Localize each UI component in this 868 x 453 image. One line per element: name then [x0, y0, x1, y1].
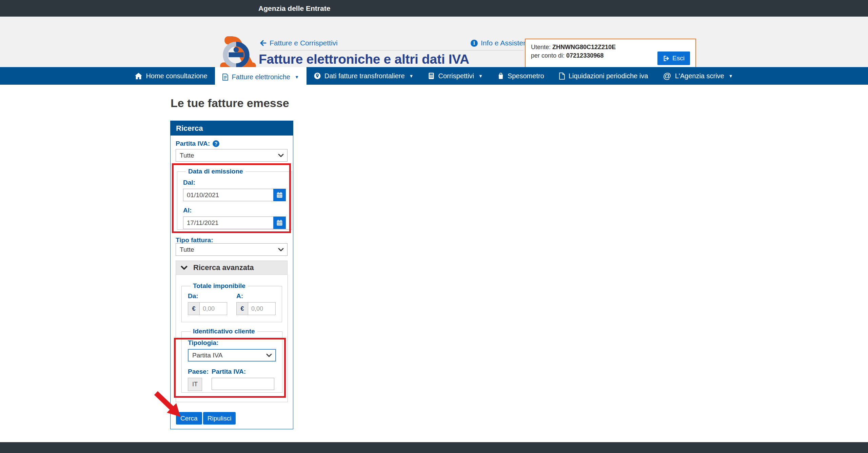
date-emission-legend: Data di emissione: [186, 168, 245, 175]
info-icon: i: [471, 40, 478, 47]
tipo-fattura-label: Tipo fattura:: [176, 236, 213, 244]
user-label: Utente:: [531, 44, 551, 50]
nav-item-corrispettivi[interactable]: Corrispettivi ▼: [421, 67, 490, 85]
nav-item-label: Liquidazioni periodiche iva: [569, 72, 648, 80]
globe-pin-icon: [314, 73, 321, 79]
advanced-search-accordion[interactable]: Ricerca avanzata: [176, 261, 288, 275]
nav-item-label: Home consultazione: [146, 72, 207, 80]
tipologia-select-value: Partita IVA: [192, 352, 222, 359]
date-from-calendar-button[interactable]: [273, 189, 286, 201]
search-button[interactable]: Cerca: [176, 412, 202, 425]
totale-imponibile-columns: Da: € A: €: [188, 292, 276, 315]
calculator-icon: [428, 73, 434, 79]
identificativo-cliente-fieldset: Identificativo cliente Tipologia: Partit…: [181, 328, 282, 393]
invoice-icon: [222, 74, 228, 81]
logout-label: Esci: [672, 55, 685, 62]
amount-from-label: Da:: [188, 292, 198, 300]
amount-from-input[interactable]: [200, 302, 227, 315]
euro-prefix: €: [188, 302, 200, 315]
user-value: ZHNWNG80C12Z210E: [552, 44, 616, 50]
back-arrow-icon: [260, 40, 267, 46]
amount-to-input[interactable]: [248, 302, 276, 315]
euro-prefix: €: [236, 302, 248, 315]
paese-input: [188, 378, 202, 391]
tipologia-select[interactable]: Partita IVA: [188, 349, 276, 362]
breadcrumb-label: Fatture e Corrispettivi: [270, 39, 338, 47]
main-nav: Home consultazione Fatture elettroniche …: [0, 67, 868, 85]
page-header: Fatture e Corrispettivi Fatture elettron…: [0, 17, 868, 67]
logout-button[interactable]: Esci: [657, 52, 690, 65]
chevron-down-icon: ▼: [729, 74, 733, 79]
page-footer: [0, 442, 868, 453]
chevron-down-icon: ▼: [295, 75, 299, 80]
nav-item-agenzia-scrive[interactable]: @ L'Agenzia scrive ▼: [655, 67, 740, 85]
paese-piva-inputs: [188, 378, 276, 391]
cliente-piva-input[interactable]: [212, 378, 274, 390]
tipo-fattura-select[interactable]: Tutte: [176, 243, 288, 256]
help-icon[interactable]: ?: [213, 140, 219, 147]
chevron-down-icon: ▼: [478, 74, 483, 79]
bag-icon: [498, 73, 504, 79]
tipologia-label: Tipologia:: [188, 339, 276, 347]
account-line: per conto di: 07212330968: [531, 52, 604, 59]
nav-item-label: L'Agenzia scrive: [675, 72, 724, 80]
date-emission-fieldset: Data di emissione Dal: Al:: [177, 168, 292, 230]
advanced-search-label: Ricerca avanzata: [193, 263, 254, 272]
search-panel-title: Ricerca: [171, 121, 293, 136]
nav-item-label: Dati fatture transfrontaliere: [324, 72, 405, 80]
breadcrumb-back-link[interactable]: Fatture e Corrispettivi: [260, 39, 338, 47]
date-to-row: [183, 217, 286, 229]
page-title: Le tue fatture emesse: [171, 97, 289, 110]
nav-item-home-consultazione[interactable]: Home consultazione: [127, 67, 215, 85]
chevron-down-icon: [266, 353, 272, 357]
app-title: Agenzia delle Entrate: [258, 4, 330, 13]
date-to-calendar-button[interactable]: [273, 217, 286, 229]
amount-from-group: Da: €: [188, 292, 227, 315]
header-title: Fatture elettroniche e altri dati IVA: [259, 52, 469, 67]
chevron-down-icon: [278, 248, 284, 251]
chevron-down-icon: ▼: [409, 74, 414, 79]
app-top-bar: Agenzia delle Entrate: [0, 0, 868, 17]
logout-icon: [663, 55, 669, 62]
document-icon: [559, 73, 565, 80]
totale-imponibile-legend: Totale imponibile: [191, 282, 248, 290]
reset-button[interactable]: Ripulisci: [203, 412, 236, 425]
partita-iva-select[interactable]: Tutte: [176, 149, 288, 162]
header-divider: [260, 50, 524, 50]
paese-label: Paese:: [188, 368, 212, 375]
date-to-label: Al:: [183, 207, 286, 214]
nav-item-liquidazioni-periodiche-iva[interactable]: Liquidazioni periodiche iva: [552, 67, 656, 85]
tipo-fattura-select-value: Tutte: [180, 246, 194, 253]
amount-to-label: A:: [236, 292, 243, 300]
identificativo-cliente-legend: Identificativo cliente: [191, 328, 257, 335]
partita-iva-label: Partita IVA:: [176, 140, 210, 147]
totale-imponibile-fieldset: Totale imponibile Da: € A: €: [181, 282, 282, 322]
home-icon: [135, 73, 142, 79]
nav-item-label: Spesometro: [508, 72, 544, 80]
date-from-input[interactable]: [183, 189, 273, 201]
at-icon: @: [663, 72, 671, 80]
nav-item-fatture-elettroniche[interactable]: Fatture elettroniche ▼: [215, 67, 307, 87]
cliente-piva-label: Partita IVA:: [212, 368, 274, 375]
amount-to-group: A: €: [236, 292, 276, 315]
amount-from-inputgroup: €: [188, 302, 227, 315]
account-value: 07212330968: [566, 52, 604, 59]
advanced-search-content: Totale imponibile Da: € A: €: [176, 275, 288, 402]
partita-iva-select-value: Tutte: [180, 152, 194, 159]
paese-piva-labels: Paese: Partita IVA:: [188, 368, 276, 375]
amount-to-inputgroup: €: [236, 302, 276, 315]
date-from-label: Dal:: [183, 179, 286, 186]
search-panel: Ricerca Partita IVA: ? Tutte Data di emi…: [170, 121, 293, 429]
date-from-row: [183, 189, 286, 201]
form-buttons: Cerca Ripulisci: [176, 412, 236, 425]
chevron-down-icon: [181, 266, 188, 270]
calendar-icon: [276, 192, 283, 198]
date-to-input[interactable]: [183, 217, 273, 229]
partita-iva-field-label: Partita IVA: ?: [176, 140, 219, 147]
nav-item-dati-fatture-transfrontaliere[interactable]: Dati fatture transfrontaliere ▼: [307, 67, 421, 85]
user-line: Utente: ZHNWNG80C12Z210E: [531, 44, 616, 51]
account-label: per conto di:: [531, 52, 565, 59]
nav-item-spesometro[interactable]: Spesometro: [490, 67, 552, 85]
calendar-icon: [276, 220, 283, 226]
nav-item-label: Corrispettivi: [438, 72, 474, 80]
